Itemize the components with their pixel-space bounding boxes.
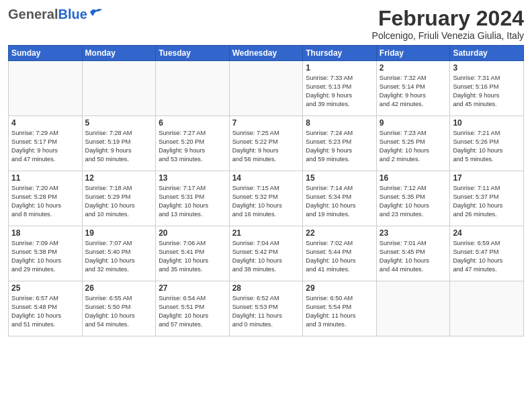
day-number: 18: [11, 228, 79, 238]
page: GeneralBlue February 2024 Polcenigo, Fri…: [0, 0, 532, 411]
day-info: Sunrise: 7:02 AM Sunset: 5:44 PM Dayligh…: [306, 239, 373, 274]
calendar-cell: 16Sunrise: 7:12 AM Sunset: 5:35 PM Dayli…: [376, 171, 450, 226]
header: GeneralBlue February 2024 Polcenigo, Fri…: [8, 7, 524, 41]
week-row-1: 4Sunrise: 7:29 AM Sunset: 5:17 PM Daylig…: [9, 116, 524, 171]
day-info: Sunrise: 7:06 AM Sunset: 5:41 PM Dayligh…: [159, 239, 226, 274]
day-number: 25: [11, 283, 79, 293]
calendar-cell: 7Sunrise: 7:25 AM Sunset: 5:22 PM Daylig…: [229, 116, 303, 171]
day-info: Sunrise: 7:15 AM Sunset: 5:32 PM Dayligh…: [232, 184, 300, 219]
logo-text: GeneralBlue: [8, 7, 87, 22]
day-info: Sunrise: 7:17 AM Sunset: 5:31 PM Dayligh…: [159, 184, 226, 219]
calendar-cell: 8Sunrise: 7:24 AM Sunset: 5:23 PM Daylig…: [303, 116, 377, 171]
day-info: Sunrise: 7:27 AM Sunset: 5:20 PM Dayligh…: [159, 129, 226, 164]
day-number: 24: [453, 228, 521, 238]
day-number: 4: [11, 118, 79, 128]
day-info: Sunrise: 7:24 AM Sunset: 5:23 PM Dayligh…: [306, 129, 373, 164]
calendar-cell: 24Sunrise: 6:59 AM Sunset: 5:47 PM Dayli…: [450, 226, 524, 281]
calendar-cell: [229, 61, 303, 116]
calendar-cell: 28Sunrise: 6:52 AM Sunset: 5:53 PM Dayli…: [229, 281, 303, 336]
day-number: 19: [85, 228, 153, 238]
day-info: Sunrise: 6:52 AM Sunset: 5:53 PM Dayligh…: [232, 294, 300, 329]
logo-blue: Blue: [58, 7, 87, 21]
week-row-3: 18Sunrise: 7:09 AM Sunset: 5:38 PM Dayli…: [9, 226, 524, 281]
day-number: 29: [306, 283, 373, 293]
calendar-cell: 21Sunrise: 7:04 AM Sunset: 5:42 PM Dayli…: [229, 226, 303, 281]
calendar-cell: 13Sunrise: 7:17 AM Sunset: 5:31 PM Dayli…: [156, 171, 230, 226]
day-info: Sunrise: 7:23 AM Sunset: 5:25 PM Dayligh…: [380, 129, 447, 164]
day-info: Sunrise: 7:12 AM Sunset: 5:35 PM Dayligh…: [380, 184, 447, 219]
calendar-cell: 23Sunrise: 7:01 AM Sunset: 5:45 PM Dayli…: [376, 226, 450, 281]
day-number: 5: [85, 118, 153, 128]
day-info: Sunrise: 7:11 AM Sunset: 5:37 PM Dayligh…: [453, 184, 521, 219]
header-friday: Friday: [376, 46, 450, 61]
calendar-cell: 15Sunrise: 7:14 AM Sunset: 5:34 PM Dayli…: [303, 171, 377, 226]
calendar-cell: 11Sunrise: 7:20 AM Sunset: 5:28 PM Dayli…: [9, 171, 83, 226]
header-monday: Monday: [82, 46, 156, 61]
calendar-cell: 4Sunrise: 7:29 AM Sunset: 5:17 PM Daylig…: [9, 116, 83, 171]
week-row-2: 11Sunrise: 7:20 AM Sunset: 5:28 PM Dayli…: [9, 171, 524, 226]
day-number: 17: [453, 173, 521, 183]
header-saturday: Saturday: [450, 46, 524, 61]
day-info: Sunrise: 7:33 AM Sunset: 5:13 PM Dayligh…: [306, 74, 373, 109]
day-info: Sunrise: 7:31 AM Sunset: 5:16 PM Dayligh…: [453, 74, 521, 109]
title-section: February 2024 Polcenigo, Friuli Venezia …: [372, 7, 524, 41]
logo-general: General: [8, 7, 58, 21]
calendar-cell: 10Sunrise: 7:21 AM Sunset: 5:26 PM Dayli…: [450, 116, 524, 171]
calendar-cell: 19Sunrise: 7:07 AM Sunset: 5:40 PM Dayli…: [82, 226, 156, 281]
day-info: Sunrise: 7:21 AM Sunset: 5:26 PM Dayligh…: [453, 129, 521, 164]
week-row-4: 25Sunrise: 6:57 AM Sunset: 5:48 PM Dayli…: [9, 281, 524, 336]
day-info: Sunrise: 7:14 AM Sunset: 5:34 PM Dayligh…: [306, 184, 373, 219]
day-number: 27: [159, 283, 226, 293]
calendar-cell: 17Sunrise: 7:11 AM Sunset: 5:37 PM Dayli…: [450, 171, 524, 226]
day-number: 2: [380, 63, 447, 73]
day-info: Sunrise: 7:32 AM Sunset: 5:14 PM Dayligh…: [380, 74, 447, 109]
calendar-cell: [9, 61, 83, 116]
calendar-cell: [82, 61, 156, 116]
day-number: 9: [380, 118, 447, 128]
day-info: Sunrise: 6:50 AM Sunset: 5:54 PM Dayligh…: [306, 294, 373, 329]
calendar-cell: 14Sunrise: 7:15 AM Sunset: 5:32 PM Dayli…: [229, 171, 303, 226]
calendar-cell: 25Sunrise: 6:57 AM Sunset: 5:48 PM Dayli…: [9, 281, 83, 336]
day-number: 7: [232, 118, 300, 128]
day-number: 3: [453, 63, 521, 73]
day-info: Sunrise: 7:07 AM Sunset: 5:40 PM Dayligh…: [85, 239, 153, 274]
calendar-cell: 2Sunrise: 7:32 AM Sunset: 5:14 PM Daylig…: [376, 61, 450, 116]
calendar-cell: [376, 281, 450, 336]
day-number: 28: [232, 283, 300, 293]
day-number: 8: [306, 118, 373, 128]
day-number: 26: [85, 283, 153, 293]
day-number: 13: [159, 173, 226, 183]
day-number: 15: [306, 173, 373, 183]
day-number: 21: [232, 228, 300, 238]
calendar-cell: 18Sunrise: 7:09 AM Sunset: 5:38 PM Dayli…: [9, 226, 83, 281]
calendar-cell: 6Sunrise: 7:27 AM Sunset: 5:20 PM Daylig…: [156, 116, 230, 171]
day-number: 22: [306, 228, 373, 238]
day-number: 1: [306, 63, 373, 73]
calendar-cell: 5Sunrise: 7:28 AM Sunset: 5:19 PM Daylig…: [82, 116, 156, 171]
day-number: 10: [453, 118, 521, 128]
month-title: February 2024: [372, 7, 524, 30]
day-info: Sunrise: 6:59 AM Sunset: 5:47 PM Dayligh…: [453, 239, 521, 274]
day-info: Sunrise: 6:54 AM Sunset: 5:51 PM Dayligh…: [159, 294, 226, 329]
calendar-cell: 12Sunrise: 7:18 AM Sunset: 5:29 PM Dayli…: [82, 171, 156, 226]
calendar-cell: 29Sunrise: 6:50 AM Sunset: 5:54 PM Dayli…: [303, 281, 377, 336]
calendar-cell: 1Sunrise: 7:33 AM Sunset: 5:13 PM Daylig…: [303, 61, 377, 116]
calendar-cell: [450, 281, 524, 336]
day-number: 12: [85, 173, 153, 183]
header-sunday: Sunday: [9, 46, 83, 61]
weekday-header-row: Sunday Monday Tuesday Wednesday Thursday…: [9, 46, 524, 61]
calendar-cell: 3Sunrise: 7:31 AM Sunset: 5:16 PM Daylig…: [450, 61, 524, 116]
day-info: Sunrise: 7:29 AM Sunset: 5:17 PM Dayligh…: [11, 129, 79, 164]
calendar-cell: [156, 61, 230, 116]
logo-bird-icon: [89, 7, 103, 17]
location: Polcenigo, Friuli Venezia Giulia, Italy: [372, 30, 524, 41]
week-row-0: 1Sunrise: 7:33 AM Sunset: 5:13 PM Daylig…: [9, 61, 524, 116]
calendar-cell: 20Sunrise: 7:06 AM Sunset: 5:41 PM Dayli…: [156, 226, 230, 281]
day-info: Sunrise: 7:28 AM Sunset: 5:19 PM Dayligh…: [85, 129, 153, 164]
day-number: 16: [380, 173, 447, 183]
day-number: 11: [11, 173, 79, 183]
header-thursday: Thursday: [303, 46, 377, 61]
day-info: Sunrise: 7:20 AM Sunset: 5:28 PM Dayligh…: [11, 184, 79, 219]
day-info: Sunrise: 7:01 AM Sunset: 5:45 PM Dayligh…: [380, 239, 447, 274]
day-number: 23: [380, 228, 447, 238]
